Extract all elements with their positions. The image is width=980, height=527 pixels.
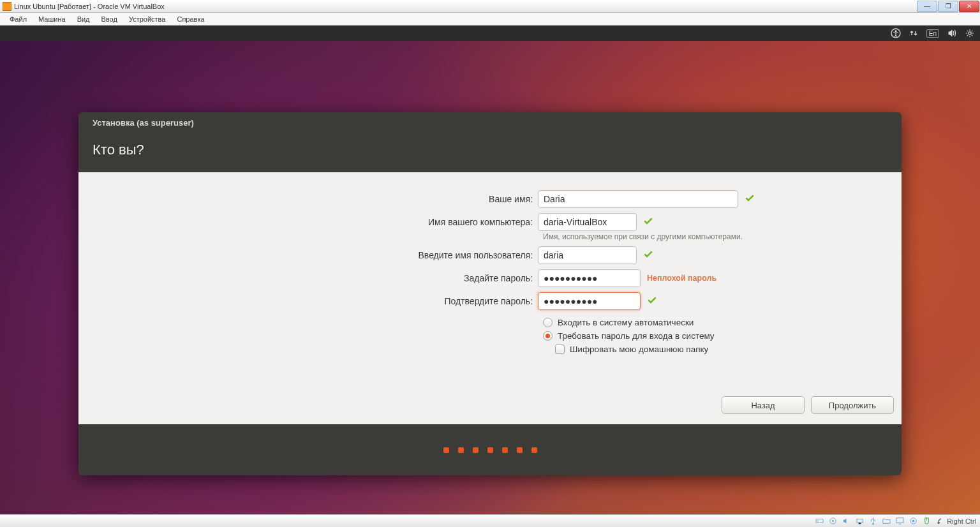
svg-point-11 [912,520,915,523]
language-indicator[interactable]: En [926,29,939,38]
optical-disk-icon[interactable] [828,516,838,526]
checkmark-icon [643,249,653,262]
svg-point-1 [895,31,896,32]
svg-point-6 [832,520,834,522]
network-icon[interactable] [909,28,919,38]
audio-icon[interactable] [842,516,851,526]
back-button[interactable]: Назад [722,396,805,414]
progress-dot [443,447,449,453]
checkmark-icon [745,193,755,205]
hard-disk-icon[interactable] [815,516,824,526]
progress-dot [473,447,479,453]
installer-heading: Кто вы? [78,133,902,172]
gear-icon[interactable] [965,28,975,38]
menu-view[interactable]: Вид [71,15,96,23]
display-icon[interactable] [895,516,905,526]
menu-devices[interactable]: Устройства [123,15,172,23]
password-strength-hint: Неплохой пароль [647,274,716,283]
radio-login-password[interactable]: Требовать пароль для входа в систему [543,331,882,341]
installer-footer [78,424,902,475]
svg-point-8 [872,523,874,525]
computer-input[interactable] [538,213,637,231]
svg-point-2 [969,32,971,34]
window-titlebar: Linux Ubuntu [Работает] - Oracle VM Virt… [0,0,980,13]
computer-hint: Имя, используемое при связи с другими ко… [543,232,882,241]
menu-input[interactable]: Ввод [96,15,123,23]
checkmark-icon [643,216,653,228]
menu-file[interactable]: Файл [4,15,33,23]
name-input[interactable] [538,190,738,208]
virtualbox-menubar: Файл Машина Вид Ввод Устройства Справка [0,13,980,26]
virtualbox-statusbar: Right Ctrl [0,514,980,527]
username-input[interactable] [538,246,637,264]
password-confirm-input[interactable] [538,292,641,310]
progress-dot [531,447,537,453]
password-label: Задайте пароль: [98,273,538,283]
continue-button[interactable]: Продолжить [811,396,894,414]
volume-icon[interactable] [947,28,957,38]
svg-rect-9 [896,518,903,523]
installer-title: Установка (as superuser) [93,118,194,128]
name-label: Ваше имя: [98,194,538,204]
progress-dot [502,447,508,453]
installer-window: Установка (as superuser) Кто вы? Ваше им… [78,112,902,475]
host-key-indicator[interactable]: Right Ctrl [935,517,976,526]
svg-rect-3 [816,519,823,523]
password-input[interactable] [538,269,641,287]
checkbox-label: Шифровать мою домашнюю папку [570,345,708,354]
window-title: Linux Ubuntu [Работает] - Oracle VM Virt… [14,3,917,10]
progress-dot [517,447,523,453]
installer-titlebar[interactable]: Установка (as superuser) [78,112,902,133]
radio-label: Требовать пароль для входа в систему [558,331,715,341]
progress-dot [458,447,464,453]
radio-login-auto[interactable]: Входить в систему автоматически [543,318,882,327]
maximize-button[interactable]: ❐ [938,1,958,12]
progress-dot [487,447,493,453]
installer-body: Ваше имя: Имя вашего компьютера: Имя, ис… [78,172,902,386]
checkbox-encrypt-home[interactable]: Шифровать мою домашнюю папку [555,345,882,354]
installer-button-row: Назад Продолжить [78,386,902,424]
radio-icon [543,331,553,341]
radio-icon [543,318,553,327]
menu-help[interactable]: Справка [171,15,210,23]
username-label: Введите имя пользователя: [98,250,538,260]
accessibility-icon[interactable] [891,28,901,38]
mouse-integration-icon[interactable] [922,516,932,526]
svg-rect-7 [857,519,863,523]
close-button[interactable]: ✕ [959,1,979,12]
usb-icon[interactable] [868,516,878,526]
ubuntu-top-panel: En [0,26,980,41]
password-confirm-label: Подтвердите пароль: [98,296,538,306]
svg-point-4 [817,521,819,522]
guest-display: En Установка (as superuser) Кто вы? Ваше… [0,26,980,514]
minimize-button[interactable]: — [917,1,937,12]
shared-folder-icon[interactable] [882,516,891,526]
network-status-icon[interactable] [855,516,865,526]
host-key-label: Right Ctrl [947,517,976,525]
computer-label: Имя вашего компьютера: [98,217,538,227]
menu-machine[interactable]: Машина [33,15,71,23]
virtualbox-icon [3,2,11,11]
ubuntu-desktop: Установка (as superuser) Кто вы? Ваше им… [0,41,980,514]
checkmark-icon [647,295,657,308]
recording-icon[interactable] [909,516,918,526]
radio-label: Входить в систему автоматически [558,318,694,327]
checkbox-icon [555,345,565,354]
